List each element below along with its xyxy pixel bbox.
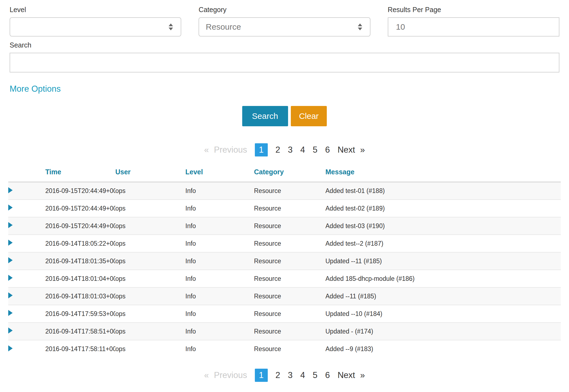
cell-time: 2016-09-14T18:01:35+0000 (45, 252, 115, 270)
cell-message: Added --11 (#185) (325, 287, 561, 305)
cell-expander (8, 270, 45, 287)
cell-expander (8, 340, 45, 358)
expand-row-icon[interactable] (8, 257, 13, 263)
level-label: Level (10, 5, 181, 14)
cell-category: Resource (254, 287, 325, 305)
level-select[interactable] (10, 17, 181, 37)
pagination: « Previous123456Next » (0, 143, 569, 156)
cell-expander (8, 252, 45, 270)
table-row: 2016-09-14T18:01:04+0000 ops Info Resour… (8, 270, 561, 287)
search-button[interactable]: Search (242, 106, 288, 126)
cell-user: ops (115, 217, 185, 235)
cell-user: ops (115, 305, 185, 323)
cell-category: Resource (254, 340, 325, 358)
expand-row-icon[interactable] (8, 345, 13, 351)
column-header-user[interactable]: User (115, 164, 185, 182)
cell-time: 2016-09-15T20:44:49+0000 (45, 200, 115, 217)
chevron-down-icon (358, 28, 362, 30)
category-select[interactable]: Resource (199, 17, 370, 37)
column-header-time[interactable]: Time (45, 164, 115, 182)
pagination-page-2[interactable]: 2 (275, 370, 280, 380)
cell-category: Resource (254, 252, 325, 270)
pagination-next[interactable]: Next » (338, 145, 365, 155)
cell-expander (8, 305, 45, 323)
level-field-group: Level (10, 5, 181, 37)
cell-level: Info (185, 305, 254, 323)
cell-time: 2016-09-14T17:58:51+0000 (45, 323, 115, 340)
cell-category: Resource (254, 270, 325, 287)
column-header-message[interactable]: Message (325, 164, 561, 182)
cell-user: ops (115, 200, 185, 217)
cell-time: 2016-09-14T18:01:04+0000 (45, 270, 115, 287)
clear-button[interactable]: Clear (291, 106, 327, 126)
cell-time: 2016-09-14T18:05:22+0000 (45, 235, 115, 252)
cell-expander (8, 200, 45, 217)
search-section: Search (0, 37, 569, 72)
cell-level: Info (185, 217, 254, 235)
log-table-body: 2016-09-15T20:44:49+0000 ops Info Resour… (8, 182, 561, 358)
pagination-previous[interactable]: « Previous (204, 370, 247, 380)
cell-time: 2016-09-14T17:58:11+0000 (45, 340, 115, 358)
expand-row-icon[interactable] (8, 275, 13, 281)
cell-user: ops (115, 252, 185, 270)
pagination-page-4[interactable]: 4 (300, 370, 305, 380)
more-options-link[interactable]: More Options (10, 84, 61, 94)
cell-category: Resource (254, 200, 325, 217)
expand-row-icon[interactable] (8, 240, 13, 246)
cell-level: Info (185, 200, 254, 217)
table-row: 2016-09-14T17:59:53+0000 ops Info Resour… (8, 305, 561, 323)
pagination-page-2[interactable]: 2 (275, 145, 280, 155)
pagination-page-5[interactable]: 5 (313, 370, 317, 380)
chevron-down-icon (169, 28, 173, 30)
cell-category: Resource (254, 235, 325, 252)
cell-category: Resource (254, 217, 325, 235)
chevron-up-icon (169, 24, 173, 26)
expand-row-icon[interactable] (8, 327, 13, 334)
expand-row-icon[interactable] (8, 205, 13, 211)
pagination-next[interactable]: Next » (338, 370, 365, 380)
log-table: Time User Level Category Message 2016-09… (8, 164, 561, 358)
category-select-value: Resource (206, 22, 241, 32)
pagination-page-3[interactable]: 3 (288, 145, 292, 155)
cell-message: Updated --10 (#184) (325, 305, 561, 323)
cell-category: Resource (254, 305, 325, 323)
cell-message: Added test-02 (#189) (325, 200, 561, 217)
category-field-group: Category Resource (199, 5, 370, 37)
select-spinner-icon (169, 24, 173, 30)
cell-category: Resource (254, 323, 325, 340)
search-input[interactable] (10, 53, 559, 72)
cell-level: Info (185, 235, 254, 252)
cell-expander (8, 235, 45, 252)
cell-message: Added 185-dhcp-module (#186) (325, 270, 561, 287)
pagination-page-1[interactable]: 1 (255, 369, 268, 382)
column-header-category[interactable]: Category (254, 164, 325, 182)
pagination-page-6[interactable]: 6 (325, 370, 330, 380)
expand-row-icon[interactable] (8, 292, 13, 298)
cell-message: Added test--2 (#187) (325, 235, 561, 252)
chevron-up-icon (358, 24, 362, 26)
table-row: 2016-09-14T18:05:22+0000 ops Info Resour… (8, 235, 561, 252)
cell-user: ops (115, 287, 185, 305)
expand-row-icon[interactable] (8, 310, 13, 316)
pagination-page-6[interactable]: 6 (325, 145, 330, 155)
expand-row-icon[interactable] (8, 222, 13, 228)
cell-level: Info (185, 340, 254, 358)
category-label: Category (199, 5, 370, 14)
table-row: 2016-09-15T20:44:49+0000 ops Info Resour… (8, 217, 561, 235)
cell-message: Updated --11 (#185) (325, 252, 561, 270)
pagination-previous[interactable]: « Previous (204, 145, 247, 155)
pagination-page-3[interactable]: 3 (288, 370, 292, 380)
pagination-page-1[interactable]: 1 (255, 143, 268, 156)
cell-expander (8, 323, 45, 340)
results-per-page-input[interactable] (388, 17, 559, 37)
expand-row-icon[interactable] (8, 187, 13, 193)
cell-level: Info (185, 270, 254, 287)
cell-message: Added test-01 (#188) (325, 182, 561, 200)
column-header-level[interactable]: Level (185, 164, 254, 182)
pagination-page-4[interactable]: 4 (300, 145, 305, 155)
cell-level: Info (185, 323, 254, 340)
cell-level: Info (185, 287, 254, 305)
pagination-page-5[interactable]: 5 (313, 145, 317, 155)
cell-time: 2016-09-14T18:01:03+0000 (45, 287, 115, 305)
cell-level: Info (185, 252, 254, 270)
